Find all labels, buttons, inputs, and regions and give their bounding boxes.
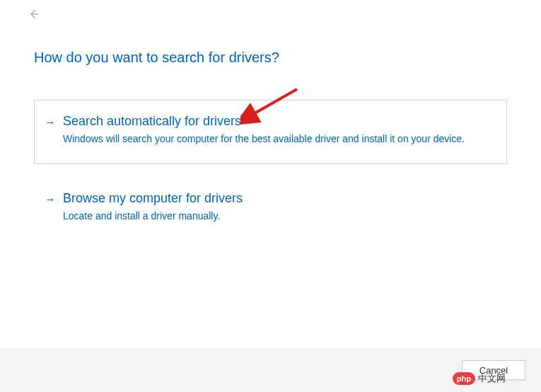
option-title: Browse my computer for drivers xyxy=(63,190,495,207)
arrow-left-icon xyxy=(28,8,40,20)
dialog-footer: Cancel xyxy=(0,348,541,392)
arrow-right-icon: → xyxy=(45,116,56,129)
cancel-button[interactable]: Cancel xyxy=(462,360,525,380)
option-browse-computer[interactable]: → Browse my computer for drivers Locate … xyxy=(34,177,507,241)
page-title: How do you want to search for drivers? xyxy=(34,50,507,66)
option-title: Search automatically for drivers xyxy=(63,113,495,129)
option-search-automatically[interactable]: → Search automatically for drivers Windo… xyxy=(34,100,507,164)
option-description: Windows will search your computer for th… xyxy=(63,132,495,146)
back-button[interactable] xyxy=(27,7,41,21)
option-description: Locate and install a driver manually. xyxy=(63,209,495,224)
arrow-right-icon: → xyxy=(45,193,56,206)
dialog-content: How do you want to search for drivers? →… xyxy=(0,0,541,241)
